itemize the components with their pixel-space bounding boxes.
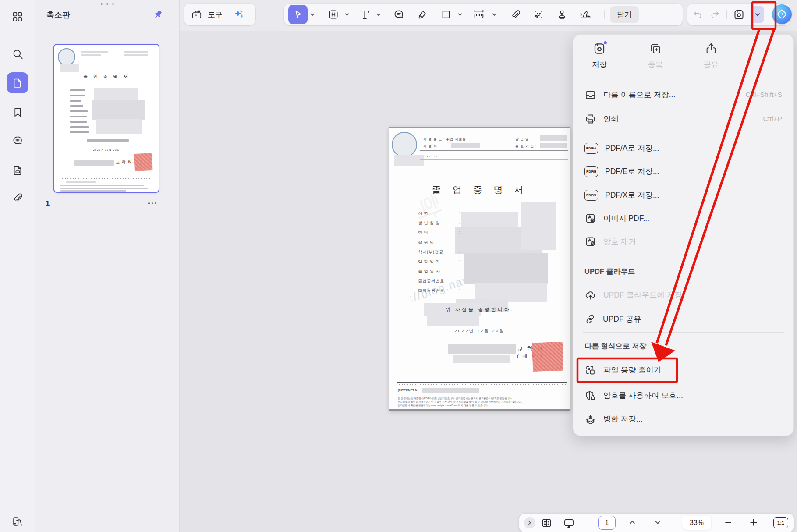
field-label: 성 명	[418, 211, 429, 216]
field-label: 학 번	[418, 230, 429, 236]
stamp-tool-icon[interactable]	[552, 5, 572, 24]
toolbox-icon[interactable]	[191, 9, 202, 20]
shape-tool-icon[interactable]	[437, 5, 455, 24]
certificate-stamp	[532, 342, 563, 372]
certificate-title: 졸 업 증 명 서	[389, 184, 570, 196]
page-number-input[interactable]: 1	[598, 516, 616, 530]
menu-item-reduce-file-size[interactable]: 파일 용량 줄이기...	[573, 360, 793, 379]
menu-share-action: 공유	[690, 42, 732, 70]
sidebar-item-thumbnails[interactable]	[7, 72, 28, 93]
thumb-cert-date: 2022년 12월 20일	[54, 148, 159, 152]
header-tool-icon[interactable]	[325, 5, 342, 24]
certificate-date: 2022년 12월 20일	[389, 328, 570, 334]
comment-icon[interactable]	[0, 133, 35, 149]
redo-icon[interactable]	[709, 9, 720, 20]
issue-label: 발 급 일 :	[515, 137, 532, 142]
comment-tool-icon[interactable]	[389, 5, 409, 24]
serial-number: 48278	[427, 155, 438, 158]
footer-heading: (INTERNET N	[398, 389, 417, 392]
menu-item-remove-password: 암호 제거	[573, 232, 793, 251]
save-dropdown-menu: 저장 중복 공유 다름 이름으로 저장... Ctrl+Shift+S 인쇄..…	[573, 34, 794, 436]
submit-label: 제 출 처 :	[423, 144, 440, 149]
menu-item-save-pdfe[interactable]: PDF/E PDF/E로 저장...	[573, 162, 793, 181]
menu-save-action[interactable]: 저장	[578, 42, 620, 70]
thumb-page-number: 1	[46, 199, 50, 208]
usage-label: 제 출 용 도 : 취업 제출용	[423, 137, 466, 142]
menu-item-print[interactable]: 인쇄... Ctrl+P	[573, 109, 793, 128]
unsaved-dot	[604, 41, 607, 44]
search-icon[interactable]	[0, 46, 35, 61]
attach-tool-icon[interactable]	[505, 5, 525, 24]
fine-print-line: 전자증명서 확인용 전용뷰어는 www.certpia.com/eDown 에서…	[398, 404, 488, 407]
field-label: 입 학 일 자	[418, 259, 440, 265]
certificate-statement: 위 사실을 증명합니다.	[389, 306, 570, 313]
updf-ai-logo[interactable]	[772, 4, 792, 24]
menu-item-save-pdfa[interactable]: PDF/A PDF/A로 저장...	[573, 138, 793, 158]
actual-size-button[interactable]: 1:1	[773, 517, 788, 528]
panel-drag-handle[interactable]	[101, 3, 114, 5]
sticker-tool-icon[interactable]	[528, 5, 549, 24]
field-label: 학 위 명	[418, 240, 434, 245]
highlighter-tool-icon[interactable]	[411, 5, 432, 24]
field-label: 학위등록번호	[418, 288, 444, 294]
text-tool-chevron[interactable]	[374, 12, 383, 17]
thumb-signer: 교 학 처	[116, 160, 132, 165]
menu-duplicate-action: 중복	[634, 42, 677, 70]
header-tool-chevron[interactable]	[342, 12, 352, 17]
document-page[interactable]: ://blog.naver.com/821 학 교 제 출 용 도 : 취업 제…	[389, 127, 570, 411]
signature-tool-icon[interactable]	[574, 5, 597, 24]
form-field-icon[interactable]	[0, 162, 35, 178]
menu-section-format: 다른 형식으로 저장	[584, 341, 646, 351]
certificate-emblem	[392, 132, 417, 157]
menu-item-updf-share[interactable]: UPDF 공유	[573, 309, 793, 329]
menu-item-save-as[interactable]: 다름 이름으로 저장... Ctrl+Shift+S	[573, 85, 793, 104]
menu-item-merge-save[interactable]: 병합 저장...	[573, 409, 793, 429]
page-layout-icon[interactable]	[540, 517, 553, 528]
select-tool-button[interactable]	[288, 5, 308, 24]
palette-icon[interactable]	[0, 514, 35, 529]
panel-title: 축소판	[46, 10, 70, 20]
menu-item-protect-password[interactable]: 암호를 사용하여 보호...	[573, 386, 793, 405]
thumb-emblem	[58, 48, 75, 66]
status-bar: 1 33% 1:1	[519, 514, 794, 532]
apps-grid-icon[interactable]	[0, 10, 35, 24]
fine-print-line: 전자증명서 확인용 전용뷰어가 아닌 경우 진본 여부 및 전자서명을 확인 할…	[398, 401, 522, 404]
tools-label[interactable]: 도구	[208, 10, 223, 20]
text-tool-icon[interactable]	[355, 5, 374, 24]
field-label: 졸 업 일 자	[418, 269, 440, 274]
next-page-button[interactable]	[654, 519, 661, 526]
select-tool-chevron[interactable]	[308, 12, 317, 17]
menu-section-cloud: UPDF 클라우드	[584, 267, 635, 277]
menu-item-image-pdf[interactable]: 이미지 PDF...	[573, 209, 793, 228]
close-button[interactable]: 닫기	[610, 6, 639, 23]
undo-icon[interactable]	[692, 9, 703, 20]
thumb-stamp	[134, 153, 152, 171]
field-label: 졸업증서번호	[418, 278, 444, 284]
menu-divider	[583, 132, 784, 132]
menu-item-save-pdfx[interactable]: PDF/X PDF/X로 저장...	[573, 185, 793, 205]
presentation-mode-icon[interactable]	[562, 517, 575, 528]
zoom-level-value[interactable]: 33%	[682, 516, 711, 530]
thumb-more-icon[interactable]	[148, 202, 156, 204]
previous-page-button[interactable]	[629, 519, 636, 526]
bookmark-icon[interactable]	[0, 104, 35, 120]
field-label: 생 년 월 일	[418, 220, 440, 226]
editing-tools-pill: 닫기	[284, 4, 683, 25]
thumbnail-panel: 축소판 졸 업 증 명 서	[35, 0, 180, 532]
zoom-out-button[interactable]	[724, 519, 732, 527]
pin-icon[interactable]	[152, 9, 163, 23]
ai-sparkles-icon[interactable]	[234, 9, 245, 20]
menu-item-save-to-cloud: UPDF 클라우드에 저장	[573, 285, 793, 305]
rail-divider	[11, 38, 24, 38]
shape-tool-chevron[interactable]	[455, 12, 465, 17]
collapse-statusbar-button[interactable]	[524, 517, 535, 528]
save-icon[interactable]	[733, 9, 745, 21]
page-thumbnail-1[interactable]: 졸 업 증 명 서 2022년 12월 20일 교 학 처	[53, 44, 159, 193]
attachment-icon[interactable]	[0, 190, 35, 206]
zoom-in-button[interactable]	[749, 518, 758, 527]
save-menu-chevron-button[interactable]	[751, 6, 764, 23]
measure-tool-icon[interactable]	[468, 5, 489, 24]
thumb-cert-title: 졸 업 증 명 서	[54, 74, 159, 80]
measure-tool-chevron[interactable]	[489, 12, 499, 17]
fine-print-line: 본 증명서는 전자증명서(PDF파일)로 발급되었습니다. 전자증명서는 출력시…	[398, 397, 512, 400]
